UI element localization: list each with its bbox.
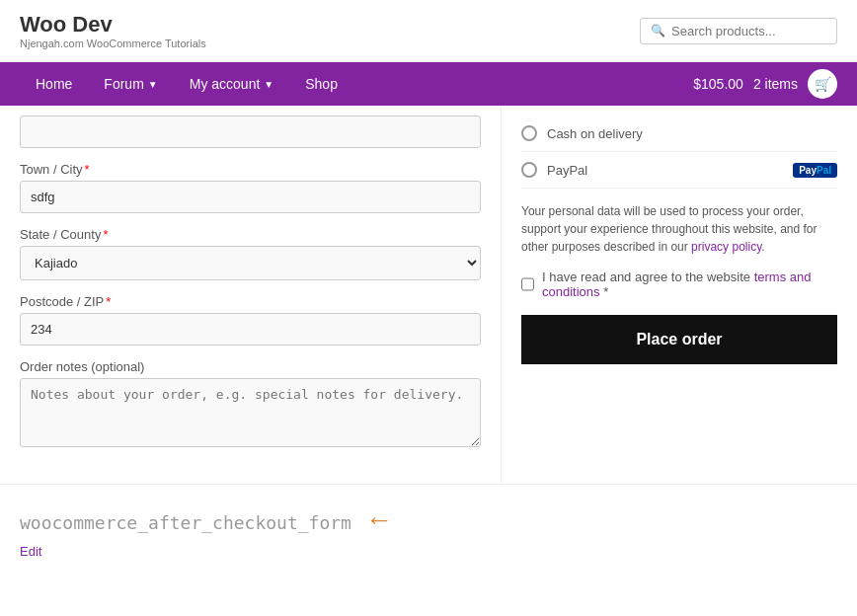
edit-link[interactable]: Edit [20,544,837,559]
notes-label: Order notes (optional) [20,359,481,374]
state-label: State / County* [20,227,481,242]
search-input[interactable] [671,24,826,38]
apartment-group [20,116,481,148]
order-column: Cash on delivery PayPal PayPal Your pers… [502,106,857,484]
arrow-indicator: ← [365,504,393,536]
privacy-policy-link[interactable]: privacy policy [691,240,761,254]
nav-item-forum[interactable]: Forum ▼ [88,62,173,106]
hook-section: woocommerce_after_checkout_form ← Edit [0,484,857,569]
payment-option-paypal[interactable]: PayPal PayPal [521,152,837,189]
myaccount-dropdown-arrow: ▼ [264,79,273,90]
notes-group: Order notes (optional) [20,359,481,450]
cart-items-count: 2 items [753,76,798,92]
nav-item-shop[interactable]: Shop [289,62,353,106]
apartment-input[interactable] [20,116,481,148]
privacy-text: Your personal data will be used to proce… [521,202,837,256]
terms-row: I have read and agree to the website ter… [521,270,837,299]
hook-name: woocommerce_after_checkout_form [20,512,351,533]
cod-radio[interactable] [521,125,537,141]
cart-icon[interactable]: 🛒 [808,69,837,99]
state-select[interactable]: Kajiado [20,246,481,280]
town-group: Town / City* [20,162,481,213]
form-column: Town / City* State / County* Kajiado Pos… [0,106,502,484]
payment-option-cod[interactable]: Cash on delivery [521,116,837,152]
site-title: Woo Dev [20,12,206,38]
terms-checkbox[interactable] [521,277,534,291]
town-input[interactable] [20,181,481,213]
cart-amount: $105.00 [693,76,743,92]
nav-item-myaccount[interactable]: My account ▼ [174,62,290,106]
forum-dropdown-arrow: ▼ [148,79,158,90]
postcode-label: Postcode / ZIP* [20,294,481,309]
search-icon: 🔍 [651,24,665,38]
site-nav: Home Forum ▼ My account ▼ Shop $105.00 2… [0,62,857,106]
terms-label: I have read and agree to the website ter… [542,270,837,299]
site-tagline: Njengah.com WooCommerce Tutorials [20,38,206,49]
town-label: Town / City* [20,162,481,177]
paypal-label: PayPal [547,163,587,178]
cart-area[interactable]: $105.00 2 items 🛒 [693,69,837,99]
postcode-input[interactable] [20,313,481,346]
paypal-radio[interactable] [521,162,537,178]
paypal-badge: PayPal [793,163,837,178]
main-content: Town / City* State / County* Kajiado Pos… [0,106,857,484]
site-header: Woo Dev Njengah.com WooCommerce Tutorial… [0,0,857,62]
site-branding: Woo Dev Njengah.com WooCommerce Tutorial… [20,12,206,49]
place-order-button[interactable]: Place order [521,315,837,364]
postcode-group: Postcode / ZIP* [20,294,481,346]
nav-left: Home Forum ▼ My account ▼ Shop [20,62,353,106]
state-group: State / County* Kajiado [20,227,481,280]
search-bar[interactable]: 🔍 [640,18,837,44]
notes-textarea[interactable] [20,378,481,447]
nav-item-home[interactable]: Home [20,62,88,106]
cod-label: Cash on delivery [547,126,643,141]
